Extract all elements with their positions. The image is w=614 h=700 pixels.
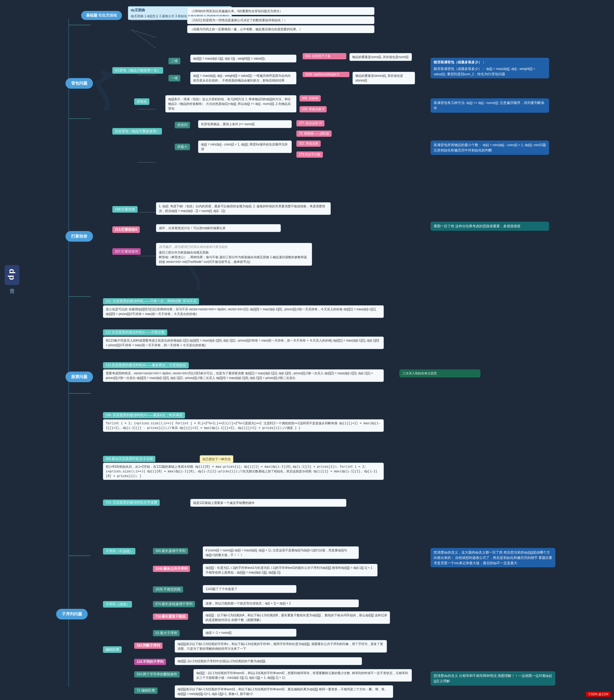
t309-self-note: 自己想出了一种方法 [200,455,233,463]
wupin-note2: 物品的重量是stones[i], 其价值也是stones[i] [353,72,415,84]
t337-node: 337.打家劫舍III [112,248,141,255]
paixu-note: 先背包再物品，要加上条件 j>= nums[i] [198,120,292,128]
beibao-header: 背包问题 [65,78,93,89]
t123-node: 123.买卖股票的最佳时机III——最多两次，注意初始化 [103,362,189,368]
svg-line-7 [131,30,156,37]
t115-dp: dp[i][j]: 以i-1为结尾的子序列中出现以j-1为结尾的的个数为dp[i… [175,657,362,665]
t198-dp-box: 1. dp[i]: 考虑下标i（包括）以内的房屋，最多可以偷窃的金额为dp[i]… [156,202,331,215]
hint-zixulie-1: 想清楚dp的含义，这大题的dp含义都一目了然 然后想当前的dp[i][j]是由哪… [431,548,555,567]
t583-node: 583.两个字符串的删除操作 [134,671,180,677]
t122-node: 122.买卖股票的最佳时机II——不限次数 [103,329,167,336]
lianxu-node: 子序列（连续） [103,601,132,608]
t714-note: 就是122基础上需要多一个减去手续费的操作 [190,499,346,507]
t72-node: 72.编辑距离 [134,688,157,694]
hint-beibao-1: 能否装满背包（或最多装多少）： 能否装满背包（或最多装多少）： dp[j] = … [431,58,549,78]
t1035-note: 1143题了了个外套罢了 [203,585,296,593]
t714-node: 714. 买卖股票的最佳时机含手续费 [103,500,160,506]
t300-node: 300.最长递增子序列 [153,548,188,554]
yi-wei-dp: dp[j] = max(dp[j], dp[j - weight[i]] + v… [190,72,296,84]
dp-min-box: dp[j] = min(dp[j - coins[i] + 1, dp[j]);… [198,140,292,153]
t53-dp: dp[i] = -1 + nums[i] [203,629,296,637]
t1143-node: 1143.最长公共子序列 [153,566,190,572]
hint-gupiao: 三次买入初始化有点意思 [399,370,481,377]
svg-line-8 [131,30,156,48]
t115-node: 115.不同的子序列 [134,659,166,665]
t1049-node: 1049. lastStoneWeight II [303,72,349,77]
ling-yi-beibao-node: 0/1背包（物品只能使用一次） [112,67,163,74]
qiu-zuhe-node: 求组合 [134,98,150,105]
wupin-note1: 物品的重量是nums[i], 其价值也是nums[i] [349,53,412,61]
t392-node: 392.判断子序列 [134,642,163,649]
t70-node: 70. 爬楼梯——进阶版 [296,130,332,137]
t1143-dp: dp[i][j]：长度为[1, i-1]的字符串text1与长度为[0, i-1… [203,564,378,576]
yi-wei-node: 一维 [168,75,180,82]
hint-zixulie-2: 想清楚dp的含义 分相等和不相等两种情况 画图理解！！一边画图一边对着dp[i]… [431,671,555,686]
t583-dp: dp[i][j]：以i-1为结尾的字符串word1，和以j-1结尾的字符串wor… [193,669,412,682]
dp-sub-label: 青 [5,288,20,295]
t309-dp: 把j=01到初始化后，从i=2开始，在122题的基础上考虑冷却期 dp[i][0… [103,463,384,480]
bux-lianxu-node: 子序列（不连续） [103,548,136,554]
t718-dp: dp[i][j]：以下标i-1为结尾的A，和以下标j-1为结尾的B，最长重复子数… [203,611,390,624]
t1035-node: 1035.不相交的线 [153,586,183,592]
t72-dp: dp[i][j]表示以下标i-1为结尾的字符串word1，和以下标j-1为结尾的… [175,685,393,698]
jichu-note1: （1和4的作用其实比其越越出来。4的重要性在背包问题尤为突出） （2在3之前是因… [187,7,374,33]
dp-main-label: dp [5,265,20,285]
csdn-badge: CSDN @1234 [586,691,611,697]
bianji-node: 编辑距离 [103,646,122,653]
t392-dp: dp[i][j]表示以下标i-1为结尾的字符串s，和以下标j-1为结尾的字符串t… [175,640,387,652]
er-wei-dp: dp[i][j] = max(dp[i-1][j], dp[i-1][j - w… [190,55,296,62]
t674-dp: 连接，所以只能前面一个状态导出排状态：dp[i + 1] = dp[i] + 1 [203,599,359,607]
t121-node: 121. 买卖股票的最佳时机——只有一次，两种结果: 买与不买 [103,298,199,304]
t416-node: 416. 分割等于子集 [303,53,346,59]
zixulie-header: 子序列问题 [56,609,88,620]
t337-note: 后序遍历，因为要用已经算出来的值来计算当前的 递归三部分作为框架融合动规五部曲 … [156,243,312,266]
t322-node: 322. 零钱兑换 [296,140,321,147]
t213-node: 213.打家劫舍II [112,226,140,233]
main-container: 广 广 dp 青 基础题 引出方法论 [0,0,614,700]
t674-node: 674.最长连续递增子序列 [153,601,195,607]
t53-node: 53.最大子序和 [153,630,180,636]
hint-beibao-3: 装满背包所有物品的最小个数： dp[i] = min(dp[j - coins[… [431,140,549,155]
t300-dp: if (nums[i] > nums[j]) dp[i] = max(dp[i]… [203,546,359,559]
t279-node: 279.完全平方数 [296,151,323,158]
t494-node: 494. 目标和 [299,95,321,101]
hint-beibao-2: 装满背包有几种方法: dp[j] += dp[j - nums[i]]; 注意遍… [431,98,549,113]
t123-dp: 需要考虑四种情况，vector<vector<int>> dp(len, vec… [103,370,384,382]
t309-node: 309.最佳买卖股票时机含冷冻期 [103,456,155,462]
hint-dagujin: 看图一目了然 这种分结果考虑的思路很重要，多摸摸摸摸 [431,222,549,231]
t198-node: 198.打家劫舍 [112,206,138,213]
er-wei-node: 二维 [168,58,180,64]
jichu-header: 基础题 引出方法论 [81,11,122,20]
wan-quan-node: 完全背包（物品可重复使用） [112,128,162,135]
t377-node: 377. 组合总和 IV [296,120,324,126]
t518-node: 518. 零钱兑换 II [299,106,327,112]
gupiao-header: 股票问题 [65,372,93,382]
t188-dp: for(int i = 1; i<prices.size();i++){ for… [103,419,384,432]
t188-node: 188. 买卖股票的最佳时机IV——最多k次，奇买偶卖 [103,412,185,418]
t121-dp: 贪心也是可以的 动规用dp[i][0]与[1]记录两种结果：买与不买 vecto… [103,305,384,318]
qiu-min-node: 求最小 [175,143,190,150]
dagujin-header: 打家劫舍 [65,231,93,242]
t213-note: 成环，分首尾情况讨论！可以把rob操作抽离出来 [156,224,281,232]
t718-node: 718.最长重复子数组 [153,613,188,620]
qiu-pai-node: 求排列 [175,122,190,128]
t122-dp: 和121略不同是买入的时候需要考虑之前卖出的价格dp[i-1][1] dp[i]… [103,337,384,349]
dp-zuhe-box: dp[j]表示：填满（包括）这么大容积的包，有几[种]方法 1. 将有物品0的d… [165,95,296,112]
